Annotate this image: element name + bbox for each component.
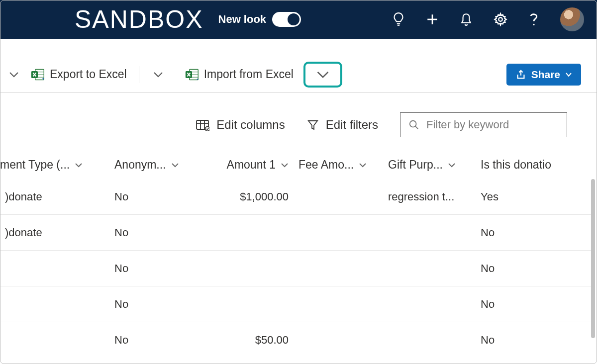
share-icon xyxy=(515,69,526,80)
cell: No xyxy=(476,262,575,275)
table-row[interactable]: )donate No $1,000.00 regression t... Yes xyxy=(0,179,591,215)
table-row[interactable]: No $50.00 No xyxy=(0,322,591,358)
table-row[interactable]: No No xyxy=(0,251,591,286)
tools-row: Edit columns Edit filters Filter by keyw… xyxy=(0,92,597,151)
table-body: )donate No $1,000.00 regression t... Yes… xyxy=(0,179,591,358)
svg-line-22 xyxy=(415,126,418,129)
new-look-toggle-group: New look xyxy=(218,12,301,27)
cell: $50.00 xyxy=(204,334,294,347)
chevron-down-icon xyxy=(448,162,456,168)
cell: No xyxy=(109,190,204,203)
column-header[interactable]: Gift Purp... xyxy=(383,158,476,172)
column-header[interactable]: Is this donatio xyxy=(476,158,575,172)
chevron-down-icon xyxy=(316,71,329,79)
svg-point-21 xyxy=(410,121,416,127)
svg-point-5 xyxy=(533,24,534,25)
command-bar: Export to Excel Import from Excel Share xyxy=(0,57,597,92)
help-icon[interactable] xyxy=(528,12,539,27)
cell: Yes xyxy=(476,190,575,203)
column-label: Is this donatio xyxy=(481,158,551,172)
search-icon xyxy=(408,119,419,130)
column-label: ment Type (... xyxy=(0,158,70,172)
brand-title: SANDBOX xyxy=(75,5,203,34)
cell: No xyxy=(109,262,204,275)
import-excel-button[interactable]: Import from Excel xyxy=(181,66,298,84)
column-header[interactable]: Amount 1 xyxy=(204,158,294,172)
column-label: Anonym... xyxy=(114,158,166,172)
column-label: Amount 1 xyxy=(227,158,276,172)
column-header[interactable]: Fee Amo... xyxy=(294,158,383,172)
cell: No xyxy=(476,334,575,347)
import-excel-label: Import from Excel xyxy=(204,68,294,81)
chevron-down-icon xyxy=(171,162,179,168)
filter-search-box[interactable]: Filter by keyword xyxy=(400,112,567,137)
filter-search-placeholder: Filter by keyword xyxy=(426,118,509,131)
data-grid: ment Type (... Anonym... Amount 1 Fee Am… xyxy=(0,151,597,358)
share-label: Share xyxy=(531,69,560,81)
chevron-down-icon xyxy=(359,162,367,168)
column-label: Gift Purp... xyxy=(388,158,443,172)
excel-icon xyxy=(31,68,45,82)
bell-icon[interactable] xyxy=(460,12,473,26)
plus-icon[interactable] xyxy=(426,13,439,26)
cell: No xyxy=(109,334,204,347)
cell: )donate xyxy=(0,226,109,239)
share-button[interactable]: Share xyxy=(506,64,581,86)
vertical-scrollbar[interactable] xyxy=(591,179,595,338)
lightbulb-icon[interactable] xyxy=(392,12,405,27)
top-navbar: SANDBOX New look xyxy=(0,0,597,39)
edit-filters-label: Edit filters xyxy=(326,118,378,132)
chevron-down-icon xyxy=(75,162,83,168)
table-header-row: ment Type (... Anonym... Amount 1 Fee Am… xyxy=(0,151,591,179)
cell: $1,000.00 xyxy=(204,190,294,203)
table-row[interactable]: )donate No No xyxy=(0,215,591,251)
cell: regression t... xyxy=(383,190,476,203)
column-header[interactable]: Anonym... xyxy=(109,158,204,172)
topbar-icon-group xyxy=(392,7,587,31)
toggle-knob xyxy=(288,13,299,25)
new-look-label: New look xyxy=(218,13,267,26)
cell: )donate xyxy=(0,190,109,203)
new-look-toggle[interactable] xyxy=(272,12,301,27)
avatar[interactable] xyxy=(560,7,584,31)
columns-icon xyxy=(196,119,209,131)
cell: No xyxy=(109,298,204,311)
cell: No xyxy=(476,298,575,311)
gear-icon[interactable] xyxy=(494,12,507,26)
cell: No xyxy=(109,226,204,239)
edit-filters-button[interactable]: Edit filters xyxy=(307,118,378,132)
chevron-down-icon xyxy=(281,162,289,168)
column-label: Fee Amo... xyxy=(298,158,354,172)
chevron-down-icon xyxy=(565,72,572,77)
edit-columns-label: Edit columns xyxy=(216,118,285,132)
cell: No xyxy=(476,226,575,239)
export-excel-button[interactable]: Export to Excel xyxy=(27,66,131,84)
edit-columns-button[interactable]: Edit columns xyxy=(196,118,285,132)
svg-point-4 xyxy=(498,17,502,21)
funnel-icon xyxy=(307,119,319,131)
export-chevron-down-icon[interactable] xyxy=(147,68,169,81)
divider xyxy=(139,66,139,83)
import-dropdown-highlight[interactable] xyxy=(303,62,342,88)
svg-point-20 xyxy=(205,127,210,131)
table-row[interactable]: No No xyxy=(0,286,591,322)
column-header[interactable]: ment Type (... xyxy=(0,158,109,172)
export-excel-label: Export to Excel xyxy=(50,68,127,81)
excel-icon xyxy=(185,68,199,82)
chevron-down-icon[interactable] xyxy=(9,71,19,78)
